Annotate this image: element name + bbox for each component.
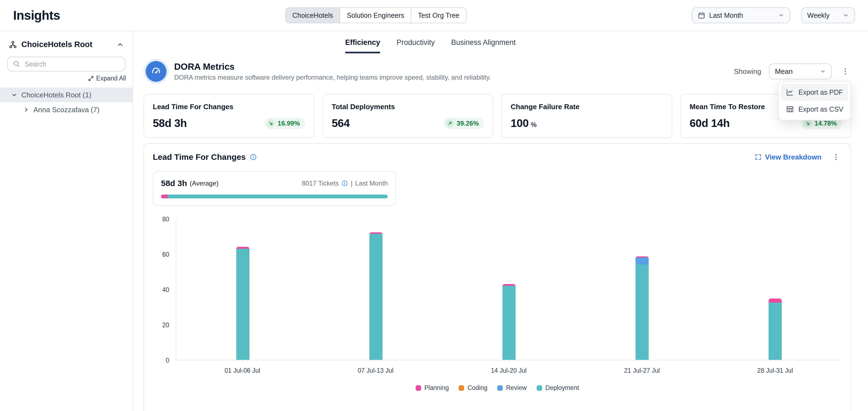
dora-title: DORA Metrics	[174, 62, 491, 72]
legend-item-deployment: Deployment	[537, 384, 579, 391]
metric-card-value: 564	[332, 117, 350, 130]
bar-group	[309, 219, 442, 360]
legend-swatch	[416, 385, 421, 391]
chart-line-icon	[786, 88, 794, 96]
trend-down-icon	[804, 119, 812, 128]
menu-item-label: Export as PDF	[799, 89, 843, 96]
bar-group	[176, 219, 309, 360]
trend-delta: 16.99%	[278, 119, 300, 127]
expand-all-label: Expand All	[96, 75, 126, 82]
x-axis-label: 21 Jul-27 Jul	[575, 367, 708, 374]
bar-segment-deployment	[369, 234, 382, 360]
org-tab-solution-engineers[interactable]: Solution Engineers	[340, 8, 411, 23]
chevron-right-icon[interactable]	[23, 106, 30, 113]
stacked-bar	[769, 299, 782, 360]
stacked-bar	[369, 232, 382, 360]
sidebar-search	[7, 57, 125, 71]
expand-corners-icon	[755, 153, 762, 161]
summary-tickets: 8017 Tickets	[302, 179, 339, 187]
org-chart-icon	[9, 40, 17, 49]
trend-down-icon	[267, 119, 275, 128]
calendar-icon	[698, 11, 705, 19]
stacked-bar	[636, 256, 649, 360]
legend-swatch	[459, 385, 464, 391]
showing-label: Showing	[734, 67, 761, 76]
menu-item-export-csv[interactable]: Export as CSV	[781, 101, 848, 118]
legend-label: Review	[506, 384, 527, 391]
dora-controls: Showing Mean	[734, 64, 851, 79]
legend-label: Planning	[425, 384, 449, 391]
metric-card-title: Change Failure Rate	[511, 103, 663, 111]
granularity-select[interactable]: Weekly	[801, 7, 855, 23]
metric-card-value: 100	[511, 117, 529, 129]
period-select-value: Last Month	[709, 11, 743, 20]
x-axis-label: 07 Jul-13 Jul	[309, 367, 442, 374]
chart-legend: PlanningCodingReviewDeployment	[153, 384, 842, 391]
summary-period: Last Month	[355, 179, 388, 187]
bar-plot	[176, 219, 842, 361]
period-select[interactable]: Last Month	[692, 7, 790, 23]
metric-card-title: Lead Time For Changes	[153, 103, 305, 111]
chart-section-title: Lead Time For Changes	[153, 152, 257, 162]
metric-card-total-deployments: Total Deployments 564 39.26%	[322, 94, 493, 138]
bar-group	[442, 219, 576, 360]
metric-card-value: 60d 14h	[690, 117, 730, 130]
aggregation-select[interactable]: Mean	[769, 64, 832, 79]
summary-value: 58d 3h	[161, 179, 187, 188]
tab-business-alignment[interactable]: Business Alignment	[451, 38, 516, 54]
page-title: Insights	[13, 8, 60, 23]
chart-more-options-icon[interactable]	[830, 152, 842, 162]
lead-time-summary-card: 58d 3h (Average) 8017 Tickets | Last Mon…	[153, 171, 396, 206]
info-icon[interactable]	[341, 180, 348, 186]
chart-section-title-text: Lead Time For Changes	[153, 152, 246, 162]
top-bar-filters: Last Month Weekly	[692, 7, 855, 23]
tree-item-anna-scozzafava[interactable]: Anna Scozzafava (7)	[0, 102, 132, 117]
table-icon	[786, 105, 794, 113]
org-tab-choicehotels[interactable]: ChoiceHotels	[286, 8, 340, 23]
trend-badge: 39.26%	[443, 118, 484, 129]
main-content: Efficiency Productivity Business Alignme…	[133, 31, 868, 411]
tab-efficiency[interactable]: Efficiency	[345, 38, 380, 54]
lead-time-bar-chart: 020406080	[153, 219, 842, 361]
export-menu: Export as PDF Export as CSV	[778, 81, 851, 121]
tree-item-choicehotels-root[interactable]: ChoiceHotels Root (1)	[0, 88, 132, 102]
summary-progress-bar	[161, 195, 388, 198]
info-icon[interactable]	[250, 153, 257, 161]
bar-segment-deployment	[636, 265, 649, 360]
expand-all-button[interactable]: Expand All	[7, 75, 126, 82]
org-switcher-wrap: ChoiceHotels Solution Engineers Test Org…	[60, 7, 692, 23]
insight-tabs: Efficiency Productivity Business Alignme…	[77, 31, 784, 54]
y-tick-label: 20	[162, 321, 169, 329]
stacked-bar	[502, 284, 516, 360]
bar-segment-planning	[769, 299, 782, 303]
search-icon	[12, 60, 20, 68]
summary-separator: |	[351, 179, 352, 187]
y-axis: 020406080	[153, 219, 176, 361]
trend-up-icon	[446, 119, 454, 128]
y-tick-label: 40	[162, 286, 169, 294]
summary-qualifier: (Average)	[190, 179, 218, 187]
granularity-select-value: Weekly	[807, 11, 830, 20]
chevron-down-icon	[778, 12, 784, 18]
view-breakdown-button[interactable]: View Breakdown	[755, 153, 822, 162]
search-input[interactable]	[7, 57, 125, 71]
chevron-down-icon	[820, 68, 826, 74]
legend-item-planning: Planning	[416, 384, 449, 391]
dora-more-options-icon[interactable]	[839, 66, 851, 77]
tab-productivity[interactable]: Productivity	[397, 38, 435, 54]
legend-label: Coding	[467, 384, 487, 391]
x-axis-label: 14 Jul-20 Jul	[442, 367, 575, 374]
org-tree-sidebar: ChoiceHotels Root Expand All	[0, 31, 133, 411]
y-tick-label: 80	[162, 215, 169, 223]
org-tab-test-org-tree[interactable]: Test Org Tree	[411, 8, 466, 23]
view-breakdown-label: View Breakdown	[765, 153, 822, 162]
expand-all-icon	[88, 75, 94, 81]
chevron-down-icon[interactable]	[11, 92, 18, 98]
insights-app: Insights ChoiceHotels Solution Engineers…	[0, 0, 868, 411]
legend-label: Deployment	[546, 384, 579, 391]
menu-item-export-pdf[interactable]: Export as PDF	[781, 84, 848, 101]
org-switcher: ChoiceHotels Solution Engineers Test Org…	[285, 7, 467, 23]
progress-segment-deployment	[167, 195, 388, 198]
legend-swatch	[537, 385, 542, 391]
lead-time-chart-card: Lead Time For Changes View Breakdown	[144, 143, 851, 411]
